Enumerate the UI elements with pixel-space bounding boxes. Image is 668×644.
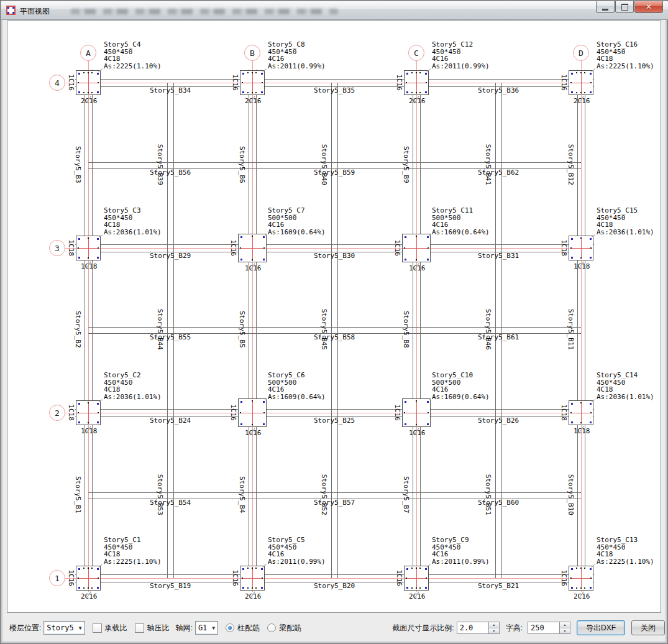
beam-rebar-label: 梁配筋 xyxy=(279,623,301,633)
floor-select[interactable]: Story5 ▼ xyxy=(43,621,85,635)
close-icon: ✕ xyxy=(646,2,652,11)
text-height-input[interactable]: 250 xyxy=(528,622,560,634)
section-scale-input[interactable]: 2.0 xyxy=(457,622,489,634)
grid-line-4 xyxy=(65,83,593,83)
column-axis-red xyxy=(252,235,253,261)
rebar-edge-dot xyxy=(580,72,582,73)
maximize-button[interactable] xyxy=(615,1,634,13)
rebar-corner-dot xyxy=(97,257,99,259)
rebar-corner-dot xyxy=(263,423,265,425)
text-height-label: 字高: xyxy=(506,623,523,633)
rebar-edge-dot xyxy=(404,412,405,413)
rebar-edge-dot xyxy=(98,82,99,83)
rebar-corner-dot xyxy=(590,403,592,405)
plan-canvas[interactable]: ABCD4321Story5_C4 450*450 4C18 As:2225(1… xyxy=(7,21,661,613)
rebar-edge-dot xyxy=(88,92,89,93)
rebar-edge-dot xyxy=(580,257,582,259)
rebar-corner-dot xyxy=(263,236,265,238)
rebar-corner-dot xyxy=(405,423,406,425)
beam-label-Story5_B40: Story5_B40 xyxy=(320,134,327,196)
rebar-edge-dot xyxy=(91,587,93,589)
rebar-corner-dot xyxy=(263,401,265,403)
rebar-edge-dot xyxy=(252,259,253,260)
rebar-corner-dot xyxy=(590,587,592,589)
beam-label-Story5_B35: Story5_B35 xyxy=(314,87,355,94)
bearing-ratio-checkbox[interactable] xyxy=(93,623,102,633)
column-rebar-label: 柱配筋 xyxy=(237,623,260,633)
rebar-edge-dot xyxy=(88,237,89,239)
rebar-corner-dot xyxy=(78,238,80,240)
rebar-edge-dot xyxy=(91,568,93,569)
minimize-button[interactable] xyxy=(596,1,615,13)
beam-rebar-radio[interactable] xyxy=(267,623,276,632)
rebar-edge-dot xyxy=(98,577,99,579)
column-side-rebar-label: 1C18 xyxy=(560,239,567,257)
rebar-corner-dot xyxy=(405,401,406,403)
column-side-rebar-label: 1C16 xyxy=(67,73,75,92)
rebar-edge-dot xyxy=(411,587,413,589)
rebar-corner-dot xyxy=(242,91,244,93)
grid-line-C xyxy=(416,61,417,592)
close-dialog-button[interactable]: 关闭 xyxy=(631,620,665,635)
column-side-rebar-label: 1C16 xyxy=(395,73,403,92)
rebar-edge-dot xyxy=(416,259,417,260)
export-dxf-button[interactable]: 导出DXF xyxy=(577,620,625,635)
rebar-edge-dot xyxy=(419,72,421,73)
beam-label-Story5_B24: Story5_B24 xyxy=(150,417,191,425)
rebar-edge-dot xyxy=(242,82,243,83)
rebar-edge-dot xyxy=(83,587,85,589)
column-rebar-radio[interactable] xyxy=(226,623,234,632)
column-axis-red xyxy=(252,567,253,589)
title-bar[interactable]: 平面视图 ✕ xyxy=(1,1,668,20)
title-path-blurred xyxy=(71,9,338,14)
rebar-corner-dot xyxy=(406,73,408,75)
rebar-corner-dot xyxy=(261,568,263,570)
grid-line-D xyxy=(581,61,582,592)
rebar-corner-dot xyxy=(78,403,80,405)
column-label-Story5_C6: Story5_C6 500*500 4C16 As:1609(0.64%) xyxy=(268,372,326,400)
beam-label-Story5_B10: Story5_B10 xyxy=(567,464,574,526)
rebar-edge-dot xyxy=(419,587,421,589)
rebar-edge-dot xyxy=(580,402,582,403)
rebar-corner-dot xyxy=(590,91,592,93)
rebar-corner-dot xyxy=(240,236,242,238)
rebar-edge-dot xyxy=(252,92,253,93)
rebar-corner-dot xyxy=(97,421,99,423)
rebar-edge-dot xyxy=(580,568,582,569)
rebar-edge-dot xyxy=(255,72,257,73)
axial-ratio-checkbox[interactable] xyxy=(135,623,144,633)
beam-edge xyxy=(75,79,594,80)
rebar-corner-dot xyxy=(261,91,263,93)
grid-select[interactable]: G1 ▼ xyxy=(195,621,218,635)
rebar-edge-dot xyxy=(252,72,253,73)
column-side-rebar-label: 1C16 xyxy=(560,73,567,92)
column-label-Story5_C13: Story5_C13 450*450 4C18 As:2225(1.10%) xyxy=(597,536,654,565)
beam-label-Story5_B41: Story5_B41 xyxy=(484,134,492,196)
scale-down-icon[interactable]: ▼ xyxy=(489,628,499,634)
height-down-icon[interactable]: ▼ xyxy=(560,628,570,634)
rebar-edge-dot xyxy=(411,92,413,93)
column-label-Story5_C1: Story5_C1 450*450 4C18 As:2225(1.10%) xyxy=(104,536,162,565)
rebar-corner-dot xyxy=(261,73,263,75)
height-up-icon[interactable]: ▲ xyxy=(560,622,570,628)
beam-label-Story5_B46: Story5_B46 xyxy=(484,298,492,361)
rebar-edge-dot xyxy=(416,72,417,73)
rebar-edge-dot xyxy=(590,82,592,83)
rebar-edge-dot xyxy=(263,412,265,413)
rebar-edge-dot xyxy=(263,247,265,249)
rebar-edge-dot xyxy=(247,587,249,589)
column-axis-red xyxy=(252,71,253,94)
column-side-rebar-label: 1C16 xyxy=(229,403,237,422)
beam-label-Story5_B4: Story5_B4 xyxy=(238,464,245,526)
column-axis-red xyxy=(581,237,582,259)
beam-label-Story5_B20: Story5_B20 xyxy=(314,582,355,590)
rebar-corner-dot xyxy=(406,91,408,93)
scale-up-icon[interactable]: ▲ xyxy=(489,622,499,628)
rebar-corner-dot xyxy=(240,259,242,260)
rebar-edge-dot xyxy=(83,92,85,93)
rebar-edge-dot xyxy=(426,577,427,579)
rebar-edge-dot xyxy=(91,72,93,73)
rebar-corner-dot xyxy=(571,568,573,570)
grid-line-A xyxy=(88,61,89,592)
close-button[interactable]: ✕ xyxy=(634,1,663,13)
